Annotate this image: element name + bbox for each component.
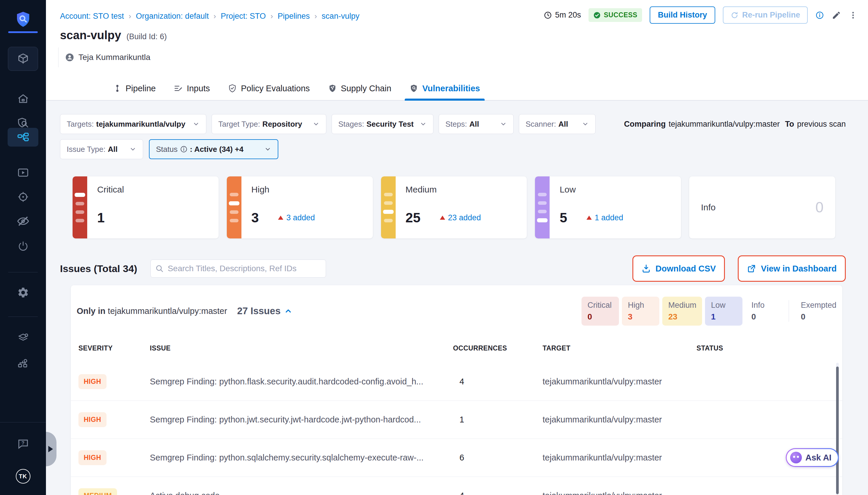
sidebar-item-home[interactable] xyxy=(0,89,46,108)
card-value: 3 xyxy=(251,210,259,225)
target-type-filter[interactable]: Target Type:Repository xyxy=(211,114,326,134)
triangle-up-icon xyxy=(440,216,445,220)
steps-filter[interactable]: Steps:All xyxy=(439,114,514,134)
build-id-label: (Build Id: 6) xyxy=(126,32,167,41)
issue-title[interactable]: Semgrep Finding: python.sqlalchemy.secur… xyxy=(150,453,453,462)
breadcrumb-pipelines[interactable]: Pipelines xyxy=(278,12,310,21)
build-history-button[interactable]: Build History xyxy=(650,6,715,24)
issue-type-filter[interactable]: Issue Type:All xyxy=(60,139,143,159)
only-in-label: Only in tejakummarikuntla/vulpy:master xyxy=(77,306,227,316)
card-value: 5 xyxy=(560,210,567,225)
chip-medium[interactable]: Medium23 xyxy=(662,297,702,326)
sidebar-item-org-settings[interactable] xyxy=(0,354,46,373)
only-in-row: Only in tejakummarikuntla/vulpy:master 2… xyxy=(77,296,842,326)
severity-cards: Critical 1 High 3 3 added Medium xyxy=(72,176,835,238)
target-name: tejakummarikuntla/vulpy:master xyxy=(543,415,697,425)
more-options-icon[interactable] xyxy=(849,10,857,20)
refresh-icon xyxy=(730,11,739,19)
table-body: HIGH Semgrep Finding: python.flask.secur… xyxy=(71,363,842,495)
table-row[interactable]: HIGH Semgrep Finding: python.jwt.securit… xyxy=(71,401,842,439)
issue-title[interactable]: Semgrep Finding: python.flask.security.a… xyxy=(150,377,453,387)
chevron-up-icon xyxy=(284,307,292,315)
card-value: 0 xyxy=(815,199,823,216)
vulnerabilities-shield-icon xyxy=(409,84,418,93)
table-row[interactable]: HIGH Semgrep Finding: python.sqlalchemy.… xyxy=(71,439,842,477)
chevron-down-icon xyxy=(264,146,271,153)
search-icon xyxy=(155,264,164,273)
view-in-dashboard-button[interactable]: View in Dashboard xyxy=(738,255,846,282)
card-added: 3 added xyxy=(278,213,315,222)
eye-off-icon xyxy=(17,215,30,227)
edit-pipeline-icon[interactable] xyxy=(832,11,841,20)
table-row[interactable]: HIGH Semgrep Finding: python.flask.secur… xyxy=(71,363,842,401)
sidebar-item-pipelines[interactable] xyxy=(0,128,46,147)
sidebar-item-settings[interactable] xyxy=(0,283,46,302)
author-row: Teja Kummarikuntla xyxy=(58,47,150,67)
ai-assistant-icon xyxy=(790,452,802,463)
scanner-filter[interactable]: Scanner:All xyxy=(519,114,596,134)
chevron-down-icon xyxy=(420,121,427,127)
chip-exempted[interactable]: Exempted0 xyxy=(795,297,842,326)
chevron-down-icon xyxy=(500,121,507,127)
target-name: tejakummarikuntla/vulpy:master xyxy=(543,453,697,462)
sto-logo-icon[interactable] xyxy=(15,11,31,28)
breadcrumb-account[interactable]: Account: STO test xyxy=(60,12,124,21)
sidebar-item-help[interactable]: ? xyxy=(0,434,46,454)
chevron-down-icon xyxy=(582,121,589,127)
chip-high[interactable]: High3 xyxy=(622,297,659,326)
filters-row-1: Targets:tejakummarikuntla/vulpy Target T… xyxy=(60,114,596,134)
expand-arrow-icon xyxy=(48,446,53,452)
status-filter[interactable]: Status : Active (34) +4 xyxy=(149,139,278,159)
table-row[interactable]: MEDIUM Active debug code 4 tejakummariku… xyxy=(71,477,842,495)
tab-supply-chain[interactable]: Supply Chain xyxy=(328,76,392,100)
issues-header: Issues (Total 34) Download CSV View in D… xyxy=(60,254,846,283)
chip-info[interactable]: Info0 xyxy=(745,297,783,326)
issues-panel: Only in tejakummarikuntla/vulpy:master 2… xyxy=(71,285,842,495)
card-value: 1 xyxy=(97,210,105,225)
sidebar-divider xyxy=(8,317,38,317)
title-row: scan-vulpy (Build Id: 6) xyxy=(60,29,167,42)
stages-filter[interactable]: Stages:Security Test xyxy=(331,114,433,134)
targets-filter[interactable]: Targets:tejakummarikuntla/vulpy xyxy=(60,114,206,134)
issue-title[interactable]: Active debug code xyxy=(150,491,453,495)
sidebar-item-module[interactable] xyxy=(8,47,38,71)
ask-ai-button[interactable]: Ask AI xyxy=(786,448,839,467)
scrollbar-thumb[interactable] xyxy=(836,366,839,494)
tab-pipeline[interactable]: Pipeline xyxy=(113,76,156,100)
sidebar-expand-handle[interactable] xyxy=(46,432,56,466)
tab-bar: Pipeline Inputs Policy Evaluations Suppl… xyxy=(113,76,480,100)
sidebar-item-getting-started[interactable] xyxy=(0,237,46,256)
left-sidebar: ? TK xyxy=(0,0,46,495)
check-circle-icon xyxy=(593,12,601,19)
issue-title[interactable]: Semgrep Finding: python.jwt.security.jwt… xyxy=(150,415,453,425)
sidebar-item-exemptions[interactable] xyxy=(0,211,46,231)
home-icon xyxy=(17,93,29,105)
chip-critical[interactable]: Critical0 xyxy=(581,297,619,326)
user-avatar[interactable]: TK xyxy=(16,469,31,483)
breadcrumb-current[interactable]: scan-vulpy xyxy=(322,12,359,21)
tab-vulnerabilities[interactable]: Vulnerabilities xyxy=(409,76,480,100)
rerun-info-icon[interactable] xyxy=(815,11,824,20)
issue-count-toggle[interactable]: 27 Issues xyxy=(237,305,292,317)
sidebar-item-targets[interactable] xyxy=(0,187,46,207)
sidebar-item-executions[interactable] xyxy=(0,163,46,182)
download-csv-button[interactable]: Download CSV xyxy=(632,255,725,282)
occurrences-count: 4 xyxy=(453,491,506,495)
breadcrumb-project[interactable]: Project: STO xyxy=(221,12,266,21)
chip-low[interactable]: Low1 xyxy=(705,297,743,326)
sidebar-item-default-settings[interactable] xyxy=(0,328,46,348)
search-input[interactable] xyxy=(150,259,326,278)
comparing-label: Comparing tejakummarikuntla/vulpy:master… xyxy=(624,114,846,134)
card-value: 25 xyxy=(406,210,421,225)
clock-icon xyxy=(543,11,552,20)
tab-policy-evaluations[interactable]: Policy Evaluations xyxy=(228,76,310,100)
tab-inputs[interactable]: Inputs xyxy=(174,76,210,100)
medium-card: Medium 25 23 added xyxy=(381,176,527,238)
issues-search xyxy=(150,259,326,278)
breadcrumb-org[interactable]: Organization: default xyxy=(136,12,209,21)
user-icon xyxy=(65,53,74,62)
critical-strip xyxy=(72,176,87,238)
breadcrumb-separator: › xyxy=(270,12,273,21)
rerun-pipeline-button[interactable]: Re-run Pipeline xyxy=(723,6,808,24)
page-title: scan-vulpy xyxy=(60,29,121,42)
